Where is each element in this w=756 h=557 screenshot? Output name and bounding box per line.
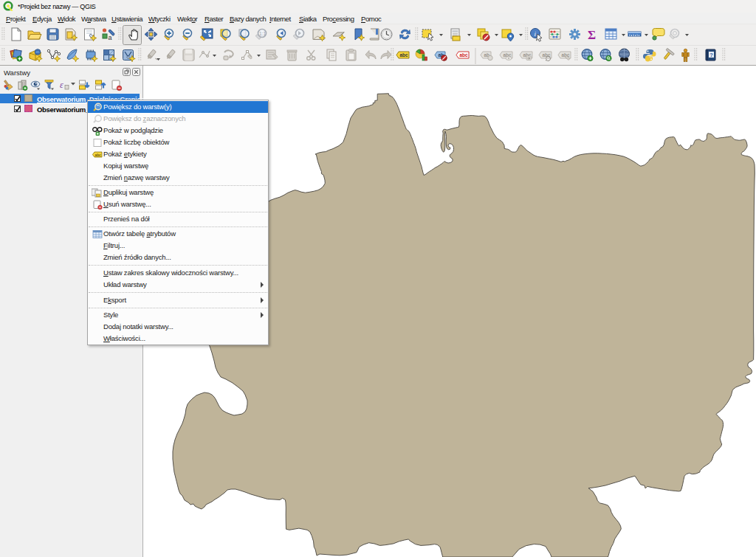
- svg-text:Σ: Σ: [588, 28, 596, 42]
- svg-text:abc: abc: [95, 153, 101, 157]
- svg-text:abc: abc: [460, 52, 469, 58]
- svg-text:ε: ε: [60, 80, 63, 90]
- svg-text:a: a: [109, 34, 112, 41]
- svg-text:1:1: 1:1: [259, 31, 266, 36]
- svg-text:?: ?: [709, 52, 713, 58]
- svg-text:abc: abc: [400, 52, 409, 58]
